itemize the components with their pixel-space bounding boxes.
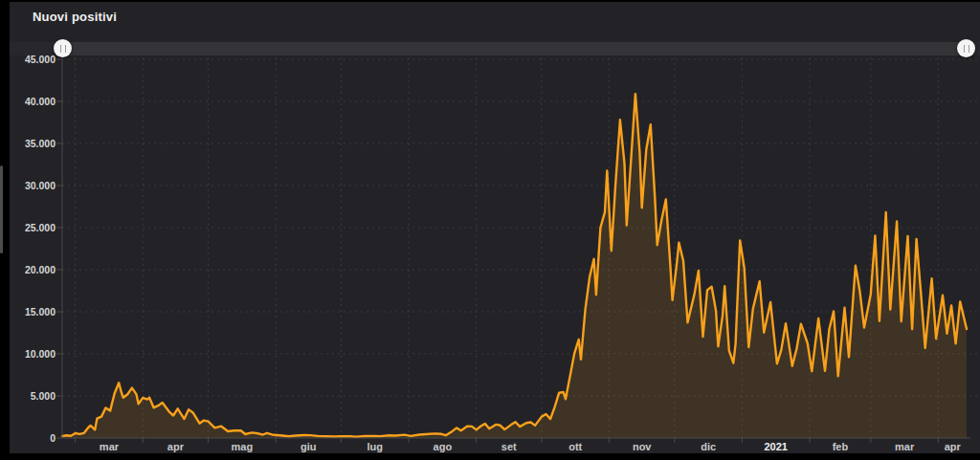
scrollbar-right-handle[interactable] <box>957 39 975 57</box>
plot-area[interactable] <box>62 59 967 438</box>
scrollbar-left-handle[interactable] <box>54 39 72 57</box>
vertical-scrollbar-thumb[interactable] <box>0 165 3 253</box>
left-edge-strip <box>0 0 10 460</box>
chart-title: Nuovi positivi <box>33 10 117 24</box>
covid-dashboard-chart: Nuovi positivi 05.00010.00015.00020.0002… <box>0 0 980 460</box>
chart-svg <box>0 0 980 460</box>
scrollbar-selection[interactable] <box>63 42 967 55</box>
grip-icon <box>964 45 969 53</box>
grip-icon <box>60 45 66 53</box>
bottom-edge-strip <box>0 453 980 460</box>
